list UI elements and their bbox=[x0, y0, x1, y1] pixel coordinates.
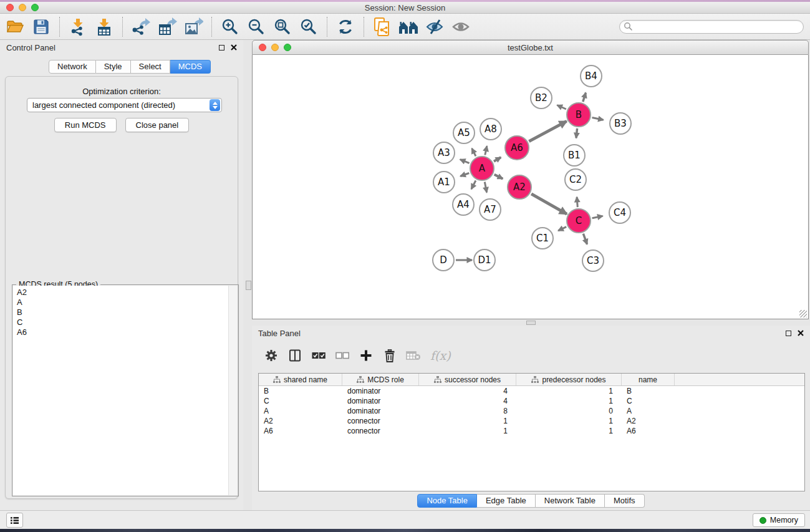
zoom-fit-icon[interactable] bbox=[271, 16, 294, 38]
node-A1[interactable]: A1 bbox=[433, 172, 455, 193]
table-cell[interactable]: A2 bbox=[622, 416, 675, 426]
edge-A-A5[interactable] bbox=[472, 148, 476, 156]
birds-eye-view-icon[interactable] bbox=[450, 16, 472, 38]
table-cell[interactable]: 1 bbox=[419, 426, 516, 436]
node-C4[interactable]: C4 bbox=[609, 202, 630, 223]
task-history-button[interactable] bbox=[6, 513, 23, 528]
table-cell[interactable]: A bbox=[259, 406, 342, 416]
table-cell[interactable]: A2 bbox=[259, 416, 342, 426]
select-all-checkboxes-icon[interactable] bbox=[311, 347, 327, 364]
edge-C-C4[interactable] bbox=[592, 216, 603, 218]
table-cell[interactable]: B bbox=[622, 386, 675, 396]
tab-select[interactable]: Select bbox=[131, 60, 170, 74]
edge-B-B3[interactable] bbox=[592, 118, 604, 120]
export-table-icon[interactable] bbox=[156, 16, 178, 38]
memory-button[interactable]: Memory bbox=[753, 513, 805, 527]
table-cell[interactable]: C bbox=[259, 396, 342, 406]
import-network-icon[interactable] bbox=[67, 16, 89, 38]
tab-style[interactable]: Style bbox=[96, 60, 131, 74]
table-cell[interactable]: A6 bbox=[622, 426, 675, 436]
node-D1[interactable]: D1 bbox=[474, 249, 495, 271]
table-cell[interactable]: dominator bbox=[342, 406, 419, 416]
window-resize-grip[interactable] bbox=[799, 310, 807, 317]
mcds-result-item[interactable]: A bbox=[13, 297, 238, 307]
table-row[interactable]: Bdominator41B bbox=[259, 386, 804, 396]
table-row[interactable]: Cdominator41C bbox=[259, 396, 804, 406]
table-cell[interactable]: 1 bbox=[516, 426, 622, 436]
edge-A-A2[interactable] bbox=[494, 175, 503, 179]
float-table-panel-icon[interactable] bbox=[786, 331, 791, 336]
node-B2[interactable]: B2 bbox=[531, 87, 552, 109]
table-cell[interactable]: 1 bbox=[516, 386, 622, 396]
node-B1[interactable]: B1 bbox=[564, 145, 585, 166]
edge-B-B1[interactable] bbox=[576, 128, 577, 138]
edge-A-A1[interactable] bbox=[460, 173, 469, 177]
close-panel-button[interactable]: Close panel bbox=[125, 118, 190, 132]
mcds-result-item[interactable]: A6 bbox=[13, 327, 238, 337]
edge-A-A6[interactable] bbox=[494, 157, 501, 162]
table-cell[interactable]: C bbox=[622, 396, 675, 406]
export-image-icon[interactable] bbox=[182, 16, 205, 38]
settings-gear-icon[interactable] bbox=[263, 347, 279, 364]
edge-A-A7[interactable] bbox=[485, 182, 486, 193]
mcds-result-item[interactable]: B bbox=[13, 307, 238, 317]
node-B4[interactable]: B4 bbox=[581, 65, 602, 87]
search-input[interactable] bbox=[633, 21, 803, 32]
node-C2[interactable]: C2 bbox=[565, 169, 586, 190]
edge-B-B4[interactable] bbox=[583, 93, 586, 102]
save-session-icon[interactable] bbox=[30, 16, 52, 38]
node-table[interactable]: shared nameMCDS rolesuccessor nodesprede… bbox=[258, 373, 805, 491]
new-session-from-network-icon[interactable] bbox=[371, 16, 393, 38]
table-cell[interactable]: dominator bbox=[342, 396, 419, 406]
column-header-shared-name[interactable]: shared name bbox=[259, 374, 342, 385]
deselect-all-checkboxes-icon[interactable] bbox=[334, 347, 350, 364]
node-A8[interactable]: A8 bbox=[480, 118, 501, 140]
table-cell[interactable]: connector bbox=[342, 416, 419, 426]
import-table-icon[interactable] bbox=[93, 16, 115, 38]
column-header-predecessor-nodes[interactable]: predecessor nodes bbox=[516, 374, 622, 385]
zoom-out-icon[interactable] bbox=[245, 16, 268, 38]
edge-A-A8[interactable] bbox=[485, 146, 487, 155]
node-C[interactable]: C bbox=[567, 209, 591, 233]
close-table-panel-icon[interactable] bbox=[798, 330, 804, 336]
result-scrollbar[interactable] bbox=[228, 286, 238, 495]
network-graph[interactable]: AA1A2A3A4A5A6A7A8BB1B2B3B4CC1C2C3C4DD1 bbox=[253, 55, 808, 318]
function-builder-icon[interactable]: f(x) bbox=[430, 349, 451, 362]
table-cell[interactable]: 4 bbox=[419, 386, 516, 396]
run-mcds-button[interactable]: Run MCDS bbox=[54, 118, 117, 132]
edge-A2-C[interactable] bbox=[531, 194, 567, 214]
mcds-result-item[interactable]: C bbox=[13, 317, 238, 327]
horizontal-splitter-handle[interactable] bbox=[526, 321, 536, 325]
node-C3[interactable]: C3 bbox=[582, 250, 604, 271]
table-cell[interactable]: 1 bbox=[419, 416, 516, 426]
refresh-icon[interactable] bbox=[334, 16, 357, 38]
table-cell[interactable]: 1 bbox=[516, 416, 622, 426]
node-D[interactable]: D bbox=[433, 249, 454, 271]
node-B3[interactable]: B3 bbox=[610, 113, 631, 134]
table-cell[interactable]: connector bbox=[342, 426, 419, 436]
table-cell[interactable]: 0 bbox=[516, 406, 622, 416]
vertical-splitter-handle[interactable] bbox=[246, 281, 251, 290]
table-row[interactable]: Adominator80A bbox=[259, 406, 804, 416]
delete-column-icon[interactable] bbox=[382, 347, 398, 364]
network-canvas[interactable]: AA1A2A3A4A5A6A7A8BB1B2B3B4CC1C2C3C4DD1 bbox=[252, 55, 809, 319]
table-cell[interactable]: dominator bbox=[342, 386, 419, 396]
delete-table-icon[interactable] bbox=[405, 347, 422, 364]
node-B[interactable]: B bbox=[567, 103, 591, 127]
edge-B-B2[interactable] bbox=[557, 105, 566, 110]
node-A4[interactable]: A4 bbox=[453, 194, 474, 215]
show-column-icon[interactable] bbox=[287, 347, 303, 364]
tab-motifs[interactable]: Motifs bbox=[605, 494, 645, 508]
edge-C-C1[interactable] bbox=[558, 227, 566, 231]
tab-mcds[interactable]: MCDS bbox=[170, 60, 211, 74]
node-A5[interactable]: A5 bbox=[453, 122, 475, 143]
edge-C-C2[interactable] bbox=[577, 197, 577, 207]
node-A3[interactable]: A3 bbox=[433, 142, 455, 163]
node-A6[interactable]: A6 bbox=[505, 136, 529, 160]
node-C1[interactable]: C1 bbox=[532, 228, 553, 249]
column-header-name[interactable]: name bbox=[622, 374, 675, 385]
table-cell[interactable]: A6 bbox=[259, 426, 342, 436]
criterion-dropdown[interactable]: largest connected component (directed) bbox=[27, 98, 222, 112]
edge-A-A4[interactable] bbox=[471, 181, 476, 190]
node-A7[interactable]: A7 bbox=[480, 199, 501, 220]
